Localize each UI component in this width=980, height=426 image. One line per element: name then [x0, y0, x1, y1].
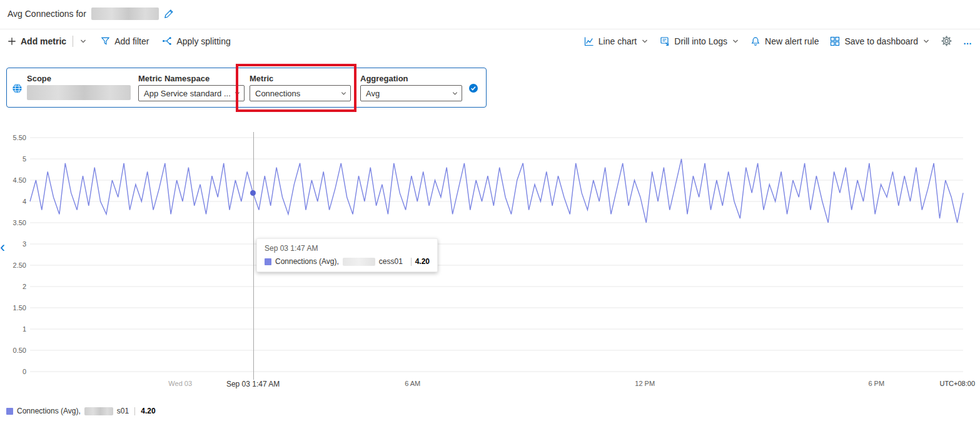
command-bar-left: Add metric Add filter Apply splitting [8, 36, 231, 47]
aggregation-dropdown[interactable]: Avg [360, 85, 462, 101]
chevron-down-icon [340, 90, 347, 97]
apply-splitting-label: Apply splitting [176, 36, 230, 46]
chevron-down-icon [234, 90, 241, 97]
legend-item[interactable]: Connections (Avg), s01 4.20 [6, 407, 156, 415]
tooltip-series-name: Connections (Avg), [275, 257, 339, 266]
y-axis-tick: 0 [0, 368, 26, 375]
splitting-icon [163, 36, 172, 46]
line-chart-icon [584, 36, 594, 46]
legend-value-divider [134, 407, 135, 415]
add-filter-button[interactable]: Add filter [101, 36, 149, 46]
crosshair-dot [250, 190, 256, 196]
metric-value: Connections [255, 89, 300, 98]
settings-button[interactable] [941, 36, 952, 46]
chart-type-button[interactable]: Line chart [584, 36, 649, 46]
tooltip-value-divider [411, 258, 412, 266]
add-metric-label: Add metric [21, 36, 66, 46]
check-circle-icon [468, 83, 478, 93]
metric-namespace-value: App Service standard ... [144, 89, 231, 98]
plus-icon [8, 37, 16, 46]
legend-redacted-name [84, 407, 113, 415]
add-metric-button[interactable]: Add metric [8, 36, 87, 47]
chevron-down-icon[interactable] [79, 38, 87, 45]
y-axis-tick: 2 [0, 283, 26, 290]
metric-namespace-label: Metric Namespace [138, 74, 210, 83]
pencil-icon [164, 9, 174, 19]
series-color-swatch [265, 258, 271, 265]
logs-icon [660, 36, 670, 46]
metric-label: Metric [250, 74, 273, 83]
tooltip-value: 4.20 [415, 257, 430, 266]
x-axis-tick: 6 AM [405, 380, 420, 387]
y-axis-tick: 2.50 [0, 261, 26, 269]
tooltip-time: Sep 03 1:47 AM [265, 244, 430, 253]
legend-series-suffix: s01 [117, 407, 129, 415]
more-button[interactable]: … [963, 36, 972, 46]
legend-color-swatch [6, 408, 13, 415]
split-divider [73, 36, 73, 47]
y-axis-tick: 0.50 [0, 347, 26, 354]
tooltip-redacted-name [343, 258, 375, 266]
y-axis-tick: 5 [0, 155, 26, 163]
add-filter-label: Add filter [114, 36, 149, 46]
y-axis-tick: 4 [0, 198, 26, 205]
drill-into-logs-button[interactable]: Drill into Logs [660, 36, 739, 46]
new-alert-rule-label: New alert rule [765, 36, 819, 46]
drill-into-logs-label: Drill into Logs [674, 36, 727, 46]
metric-namespace-dropdown[interactable]: App Service standard ... [138, 85, 245, 101]
collapse-panel-chevron[interactable]: ‹ [0, 240, 5, 255]
x-axis-tick: Wed 03 [168, 380, 192, 387]
chevron-down-icon [641, 38, 649, 45]
crosshair-line [253, 132, 254, 380]
ellipsis-icon: … [963, 36, 972, 46]
scope-label: Scope [27, 74, 51, 83]
command-bar-right: Line chart Drill into Logs New alert rul… [584, 36, 972, 46]
x-axis-tick: Sep 03 1:47 AM [226, 380, 280, 388]
save-to-dashboard-label: Save to dashboard [844, 36, 918, 46]
tooltip-series-suffix: cess01 [379, 257, 403, 266]
save-to-dashboard-button[interactable]: Save to dashboard [830, 36, 930, 46]
x-axis-tick: 6 PM [868, 380, 884, 387]
timezone-label: UTC+08:00 [939, 380, 975, 387]
legend-series-name: Connections (Avg), [17, 407, 81, 415]
title-bar: Avg Connections for [0, 0, 980, 28]
tooltip-series-row: Connections (Avg), cess01 4.20 [265, 257, 430, 266]
dashboard-icon [830, 36, 840, 46]
aggregation-value: Avg [366, 89, 380, 98]
edit-title-button[interactable] [164, 9, 174, 19]
metrics-line-chart[interactable] [30, 138, 963, 372]
y-axis-tick: 5.50 [0, 134, 26, 141]
chart-tooltip: Sep 03 1:47 AM Connections (Avg), cess01… [256, 238, 438, 272]
azure-metrics-explorer: Avg Connections for Add metric Add filte… [0, 0, 980, 426]
y-axis-tick: 4.50 [0, 176, 26, 184]
page-title: Avg Connections for [8, 9, 86, 19]
redacted-resource-name [91, 8, 159, 20]
filter-icon [101, 36, 110, 46]
chart-area[interactable]: Sep 03 1:47 AM Connections (Avg), cess01… [0, 128, 980, 407]
command-bar: Add metric Add filter Apply splitting Li… [0, 29, 980, 53]
chevron-down-icon [452, 90, 458, 97]
globe-scope-icon [12, 83, 23, 94]
apply-splitting-button[interactable]: Apply splitting [163, 36, 230, 46]
scope-value-redacted[interactable] [27, 85, 131, 100]
y-axis-tick: 1 [0, 325, 26, 333]
y-axis-tick: 1.50 [0, 304, 26, 312]
chevron-down-icon [922, 38, 930, 45]
aggregation-label: Aggregation [360, 74, 408, 83]
legend-value: 4.20 [141, 407, 155, 415]
chevron-down-icon [732, 38, 739, 45]
metric-picker-panel: Scope Metric Namespace App Service stand… [6, 68, 487, 108]
alert-icon [750, 36, 760, 46]
chart-type-label: Line chart [599, 36, 637, 46]
y-axis-tick: 3.50 [0, 219, 26, 226]
metric-dropdown[interactable]: Connections [250, 85, 351, 101]
gear-icon [941, 36, 952, 46]
x-axis-tick: 12 PM [635, 380, 655, 387]
new-alert-rule-button[interactable]: New alert rule [750, 36, 819, 46]
